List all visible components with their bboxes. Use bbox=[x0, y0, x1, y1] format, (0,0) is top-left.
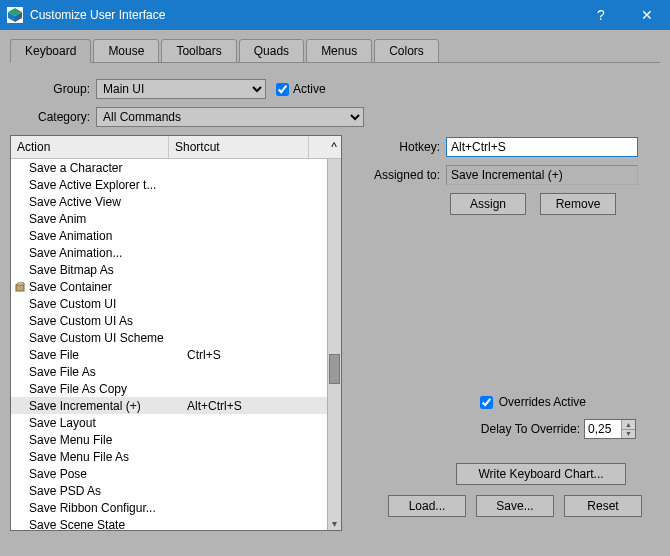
list-item-action: Save Scene State bbox=[27, 518, 185, 531]
list-item[interactable]: Save File As Copy bbox=[11, 380, 327, 397]
list-item-action: Save Pose bbox=[27, 467, 185, 481]
reset-button[interactable]: Reset bbox=[564, 495, 642, 517]
list-item[interactable]: Save Animation... bbox=[11, 244, 327, 261]
scrollbar-down-icon[interactable]: ▾ bbox=[328, 516, 341, 530]
delay-to-override-label: Delay To Override: bbox=[481, 422, 580, 436]
list-item-action: Save Animation bbox=[27, 229, 185, 243]
write-keyboard-chart-button[interactable]: Write Keyboard Chart... bbox=[456, 463, 626, 485]
blank-icon bbox=[13, 450, 27, 464]
hotkey-input[interactable] bbox=[446, 137, 638, 157]
list-item[interactable]: Save a Character bbox=[11, 159, 327, 176]
list-item[interactable]: Save File As bbox=[11, 363, 327, 380]
blank-icon bbox=[13, 246, 27, 260]
blank-icon bbox=[13, 314, 27, 328]
list-item[interactable]: Save Ribbon Configur... bbox=[11, 499, 327, 516]
action-list-scrollbar[interactable]: ▾ bbox=[327, 159, 341, 530]
list-item-action: Save Active View bbox=[27, 195, 185, 209]
list-item-action: Save Menu File As bbox=[27, 450, 185, 464]
category-select[interactable]: All Commands bbox=[96, 107, 364, 127]
app-icon bbox=[6, 6, 24, 24]
list-item-action: Save File bbox=[27, 348, 185, 362]
tab-colors[interactable]: Colors bbox=[374, 39, 439, 63]
delay-input[interactable] bbox=[585, 420, 621, 438]
list-item-action: Save Incremental (+) bbox=[27, 399, 185, 413]
list-item[interactable]: Save Custom UI bbox=[11, 295, 327, 312]
spinner-down-icon[interactable]: ▼ bbox=[622, 429, 635, 439]
group-label: Group: bbox=[10, 82, 96, 96]
list-item[interactable]: Save Active View bbox=[11, 193, 327, 210]
title-bar: Customize User Interface ? ✕ bbox=[0, 0, 670, 30]
delay-spinner[interactable]: ▲ ▼ bbox=[584, 419, 636, 439]
list-item-action: Save File As Copy bbox=[27, 382, 185, 396]
action-list-header: Action Shortcut ^ bbox=[11, 136, 341, 159]
tab-toolbars[interactable]: Toolbars bbox=[161, 39, 236, 63]
blank-icon bbox=[13, 382, 27, 396]
list-item[interactable]: Save Animation bbox=[11, 227, 327, 244]
blank-icon bbox=[13, 484, 27, 498]
list-item-action: Save Anim bbox=[27, 212, 185, 226]
list-item[interactable]: Save Bitmap As bbox=[11, 261, 327, 278]
action-list[interactable]: Action Shortcut ^ Save a CharacterSave A… bbox=[10, 135, 342, 531]
list-item[interactable]: Save Container bbox=[11, 278, 327, 295]
overrides-active-label: Overrides Active bbox=[499, 395, 586, 409]
scrollbar-thumb[interactable] bbox=[329, 354, 340, 384]
list-item[interactable]: Save PSD As bbox=[11, 482, 327, 499]
list-item-action: Save Custom UI bbox=[27, 297, 185, 311]
window-title: Customize User Interface bbox=[30, 8, 165, 22]
blank-icon bbox=[13, 212, 27, 226]
remove-button[interactable]: Remove bbox=[540, 193, 616, 215]
list-item[interactable]: Save Menu File bbox=[11, 431, 327, 448]
blank-icon bbox=[13, 331, 27, 345]
active-checkbox-label: Active bbox=[293, 82, 326, 96]
list-item[interactable]: Save Menu File As bbox=[11, 448, 327, 465]
active-checkbox-input[interactable] bbox=[276, 83, 289, 96]
help-button[interactable]: ? bbox=[578, 0, 624, 30]
list-item-action: Save File As bbox=[27, 365, 185, 379]
overrides-active-checkbox[interactable] bbox=[480, 396, 493, 409]
list-item-action: Save a Character bbox=[27, 161, 185, 175]
spinner-up-icon[interactable]: ▲ bbox=[622, 420, 635, 429]
tab-quads[interactable]: Quads bbox=[239, 39, 304, 63]
tab-menus[interactable]: Menus bbox=[306, 39, 372, 63]
tab-keyboard[interactable]: Keyboard bbox=[10, 39, 91, 63]
blank-icon bbox=[13, 263, 27, 277]
list-item-action: Save PSD As bbox=[27, 484, 185, 498]
load-button[interactable]: Load... bbox=[388, 495, 466, 517]
client-area: Keyboard Mouse Toolbars Quads Menus Colo… bbox=[0, 30, 670, 556]
list-item[interactable]: Save FileCtrl+S bbox=[11, 346, 327, 363]
category-label: Category: bbox=[10, 110, 96, 124]
col-header-action[interactable]: Action bbox=[11, 136, 169, 158]
col-header-caret[interactable]: ^ bbox=[309, 136, 341, 158]
list-item[interactable]: Save Incremental (+)Alt+Ctrl+S bbox=[11, 397, 327, 414]
save-button[interactable]: Save... bbox=[476, 495, 554, 517]
col-header-shortcut[interactable]: Shortcut bbox=[169, 136, 309, 158]
list-item[interactable]: Save Layout bbox=[11, 414, 327, 431]
blank-icon bbox=[13, 416, 27, 430]
list-item[interactable]: Save Pose bbox=[11, 465, 327, 482]
blank-icon bbox=[13, 433, 27, 447]
blank-icon bbox=[13, 297, 27, 311]
list-item-action: Save Bitmap As bbox=[27, 263, 185, 277]
blank-icon bbox=[13, 501, 27, 515]
list-item-action: Save Animation... bbox=[27, 246, 185, 260]
tab-panel-keyboard: Group: Main UI Active Category: All Comm… bbox=[10, 62, 660, 531]
blank-icon bbox=[13, 195, 27, 209]
assign-button[interactable]: Assign bbox=[450, 193, 526, 215]
blank-icon bbox=[13, 365, 27, 379]
list-item[interactable]: Save Anim bbox=[11, 210, 327, 227]
list-item-action: Save Container bbox=[27, 280, 185, 294]
tab-strip: Keyboard Mouse Toolbars Quads Menus Colo… bbox=[10, 38, 660, 62]
container-icon bbox=[13, 280, 27, 294]
list-item[interactable]: Save Active Explorer t... bbox=[11, 176, 327, 193]
assigned-to-label: Assigned to: bbox=[358, 168, 446, 182]
active-checkbox[interactable]: Active bbox=[276, 82, 326, 96]
blank-icon bbox=[13, 518, 27, 531]
blank-icon bbox=[13, 178, 27, 192]
list-item-action: Save Layout bbox=[27, 416, 185, 430]
group-select[interactable]: Main UI bbox=[96, 79, 266, 99]
list-item[interactable]: Save Custom UI As bbox=[11, 312, 327, 329]
list-item[interactable]: Save Scene State bbox=[11, 516, 327, 530]
tab-mouse[interactable]: Mouse bbox=[93, 39, 159, 63]
close-button[interactable]: ✕ bbox=[624, 0, 670, 30]
list-item[interactable]: Save Custom UI Scheme bbox=[11, 329, 327, 346]
